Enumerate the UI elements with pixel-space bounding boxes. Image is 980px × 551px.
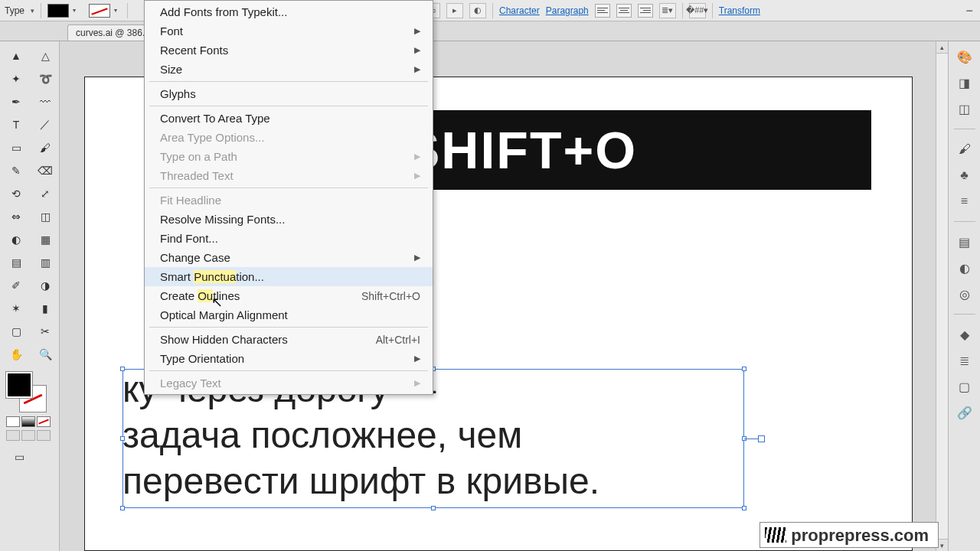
paragraph-options[interactable]: ≣▾ [659,3,676,18]
panel-swatches-icon[interactable]: ◫ [954,99,975,118]
menu-item-glyphs[interactable]: Glyphs [145,84,433,103]
tool-rectangle[interactable]: ▭ [3,138,29,158]
panel-color-icon[interactable]: 🎨 [954,47,975,66]
tool-artboard[interactable]: ▢ [3,321,29,341]
align-to[interactable]: �##▾ [689,3,706,18]
tool-width[interactable]: ⇔ [3,207,29,227]
tool-eyedropper[interactable]: ✐ [3,276,29,295]
panel-links-icon[interactable]: 🔗 [954,403,975,422]
character-panel-link[interactable]: Character [499,5,540,16]
submenu-arrow-icon: ▶ [414,26,420,36]
menu-item-label: Area Type Options... [160,131,264,144]
tool-eraser[interactable]: ⌫ [32,161,58,181]
panel-layers-icon[interactable]: ≣ [954,351,975,370]
tool-blend[interactable]: ◑ [32,276,58,295]
panel-stroke-icon[interactable]: ≡ [954,192,975,210]
color-mode-gradient[interactable] [21,416,35,427]
menu-item-label: Smart Punctuation... [160,270,264,283]
tool-mode-label: Type [5,5,24,16]
menu-item-label: Resolve Missing Fonts... [160,213,285,226]
menu-item-recent-fonts[interactable]: Recent Fonts▶ [145,41,433,60]
tool-pencil[interactable]: ✎ [3,161,29,181]
stroke-swatch[interactable]: ▾ [89,4,110,18]
tool-gradient[interactable]: ▥ [32,253,58,272]
menu-item-create-outlines[interactable]: Create OutlinesShift+Ctrl+O [145,286,433,305]
fill-stroke-indicator[interactable] [6,372,46,412]
align-center-button[interactable] [616,4,632,18]
tool-mesh[interactable]: ▤ [3,253,29,272]
color-mode-solid[interactable] [6,416,20,427]
tool-shape-builder[interactable]: ◐ [3,230,29,249]
tool-free-transform[interactable]: ◫ [32,207,58,227]
tool-paintbrush[interactable]: 🖌 [32,138,58,158]
fill-swatch[interactable]: ▾ [47,4,69,18]
draw-inside[interactable] [37,430,51,441]
collapse-bar-icon[interactable]: ╶╴ [963,5,975,17]
menu-item-label: Optical Margin Alignment [160,308,288,321]
draw-normal[interactable] [6,430,20,441]
panel-appearance-icon[interactable]: ◎ [954,285,975,303]
tool-rotate[interactable]: ⟲ [3,184,29,204]
panel-symbols-icon[interactable]: ♣ [954,166,975,184]
tool-zoom[interactable]: 🔍 [32,344,58,364]
menu-item-add-fonts-from-typekit[interactable]: Add Fonts from Typekit... [145,2,433,21]
tool-type[interactable]: T [3,115,29,135]
menu-item-font[interactable]: Font▶ [145,21,433,41]
panel-graphic-styles-icon[interactable]: ◆ [954,325,975,344]
vertical-scrollbar[interactable]: ▴ ▾ [936,41,948,551]
draw-behind[interactable] [21,430,35,441]
brush-definition[interactable]: ▸ [446,3,463,18]
menu-item-label: Type Orientation [160,352,244,365]
menu-item-size[interactable]: Size▶ [145,60,433,79]
paragraph-panel-link[interactable]: Paragraph [546,5,589,16]
align-left-button[interactable] [595,4,610,18]
thread-out-port[interactable] [758,435,765,442]
type-menu[interactable]: Add Fonts from Typekit...Font▶Recent Fon… [144,0,433,395]
tool-selection[interactable]: ▲ [3,46,29,66]
menu-item-type-orientation[interactable]: Type Orientation▶ [145,349,433,368]
panel-gradient-panel-icon[interactable]: ▤ [954,233,975,251]
menu-item-show-hidden-characters[interactable]: Show Hidden CharactersAlt+Ctrl+I [145,330,433,349]
tool-curvature[interactable]: 〰 [32,92,58,112]
menu-item-label: Add Fonts from Typekit... [160,5,287,18]
scroll-up-icon[interactable]: ▴ [936,41,948,54]
panel-transparency-icon[interactable]: ◐ [954,259,975,277]
menu-item-label: Create Outlines [160,289,240,302]
menu-item-change-case[interactable]: Change Case▶ [145,248,433,267]
menu-item-area-type-options: Area Type Options... [145,128,433,147]
tool-pen[interactable]: ✒ [3,92,29,112]
submenu-arrow-icon: ▶ [414,64,420,74]
transform-panel-link[interactable]: Transform [719,5,760,16]
panel-color-guide-icon[interactable]: ◨ [954,73,975,92]
panel-artboards-icon[interactable]: ▢ [954,377,975,396]
tool-symbol-sprayer[interactable]: ✶ [3,298,29,318]
tool-lasso[interactable]: ➰ [32,69,58,89]
menu-item-find-font[interactable]: Find Font... [145,229,433,248]
tool-magic-wand[interactable]: ✦ [3,69,29,89]
tool-perspective[interactable]: ▦ [32,230,58,249]
screen-mode-row [0,429,59,442]
tool-scale[interactable]: ⤢ [32,184,58,204]
tool-direct-selection[interactable]: △ [32,46,58,66]
menu-item-label: Change Case [160,251,230,264]
tool-column-graph[interactable]: ▮ [32,298,58,318]
tools-panel: ▲△✦➰✒〰T／▭🖌✎⌫⟲⤢⇔◫◐▦▤▥✐◑✶▮▢✂✋🔍 ▭ [0,41,60,551]
fill-color[interactable] [6,372,32,398]
menu-item-smart-punctuation[interactable]: Smart Punctuation... [145,267,433,286]
align-right-button[interactable] [638,4,653,18]
menu-item-optical-margin-alignment[interactable]: Optical Margin Alignment [145,305,433,324]
menu-item-fit-headline: Fit Headline [145,191,433,210]
panel-brushes-icon[interactable]: 🖌 [954,140,975,158]
menu-item-convert-to-area-type[interactable]: Convert To Area Type [145,109,433,128]
right-panel-dock: 🎨◨◫🖌♣≡▤◐◎◆≣▢🔗 [948,41,980,551]
screen-mode[interactable]: ▭ [6,447,32,467]
color-mode-none[interactable] [37,416,51,427]
tool-hand[interactable]: ✋ [3,344,29,364]
submenu-arrow-icon: ▶ [414,45,420,55]
opacity[interactable]: ◐ [469,3,486,18]
menu-item-label: Show Hidden Characters [160,333,288,346]
tool-line[interactable]: ／ [32,115,58,135]
tool-slice[interactable]: ✂ [32,321,58,341]
menu-item-resolve-missing-fonts[interactable]: Resolve Missing Fonts... [145,210,433,229]
menu-item-shortcut: Shift+Ctrl+O [361,290,420,302]
